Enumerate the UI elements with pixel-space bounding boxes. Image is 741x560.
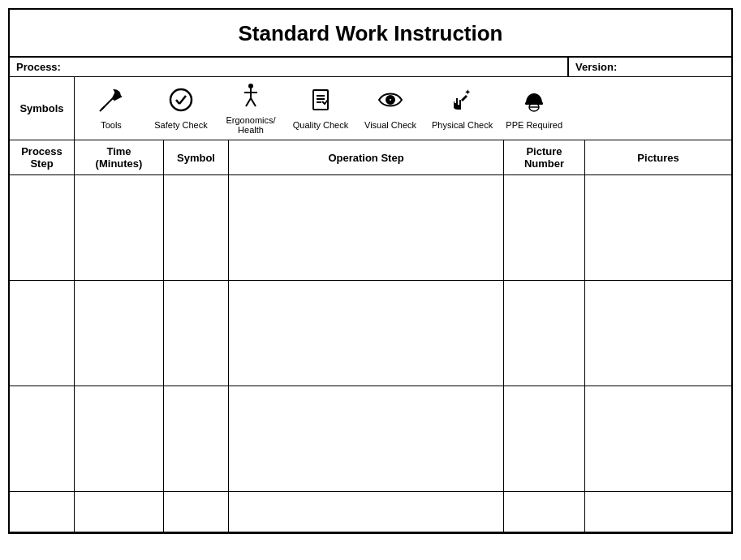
cell-operation-1[interactable]	[229, 175, 504, 280]
symbol-safety: Safety Check	[153, 87, 209, 130]
page-container: Standard Work Instruction Process: Versi…	[8, 8, 733, 534]
physical-icon: ✦	[450, 87, 476, 117]
cell-process-step-3[interactable]	[10, 386, 75, 491]
table-row	[10, 386, 731, 492]
cell-operation-3[interactable]	[229, 386, 504, 491]
ppe-icon	[521, 87, 547, 117]
col-header-picture-number: Picture Number	[504, 140, 585, 174]
cell-picture-num-3[interactable]	[504, 386, 585, 491]
cell-pictures-1[interactable]	[585, 175, 731, 280]
safety-label: Safety Check	[154, 120, 207, 130]
svg-point-15	[389, 98, 392, 101]
svg-line-8	[246, 98, 251, 106]
cell-operation-4[interactable]	[229, 492, 504, 532]
col-header-process-step: Process Step	[10, 140, 75, 174]
cell-time-1[interactable]	[75, 175, 164, 280]
symbol-tools: Tools	[83, 87, 140, 130]
symbol-physical: ✦ Physical Check	[432, 87, 493, 130]
svg-point-5	[248, 84, 253, 88]
cell-symbol-4[interactable]	[164, 492, 229, 532]
symbol-visual: Visual Check	[362, 87, 419, 130]
cell-picture-num-2[interactable]	[504, 281, 585, 386]
svg-line-4	[179, 96, 186, 104]
tools-icon	[98, 87, 124, 117]
physical-label: Physical Check	[432, 120, 493, 130]
cell-picture-num-1[interactable]	[504, 175, 585, 280]
cell-picture-num-4[interactable]	[504, 492, 585, 532]
cell-time-2[interactable]	[75, 281, 164, 386]
visual-label: Visual Check	[364, 120, 416, 130]
visual-icon	[377, 87, 403, 117]
symbol-ergonomics: Ergonomics/ Health	[222, 82, 279, 135]
col-header-operation: Operation Step	[229, 140, 504, 174]
cell-process-step-4[interactable]	[10, 492, 75, 532]
symbols-list: Tools Safety Check	[75, 77, 731, 140]
meta-row: Process: Version:	[10, 58, 731, 77]
cell-process-step-1[interactable]	[10, 175, 75, 280]
cell-symbol-1[interactable]	[164, 175, 229, 280]
cell-pictures-4[interactable]	[585, 492, 731, 532]
table: Process Step Time (Minutes) Symbol Opera…	[10, 140, 731, 532]
version-label: Version:	[569, 58, 731, 76]
cell-symbol-3[interactable]	[164, 386, 229, 491]
quality-icon	[308, 87, 334, 117]
cell-symbol-2[interactable]	[164, 281, 229, 386]
symbol-ppe: PPE Required	[506, 87, 562, 130]
cell-pictures-2[interactable]	[585, 281, 731, 386]
symbol-quality: Quality Check	[292, 87, 349, 130]
col-header-time: Time (Minutes)	[75, 140, 164, 174]
ergonomics-icon	[238, 82, 264, 112]
safety-icon	[168, 87, 194, 117]
svg-line-9	[251, 98, 256, 106]
table-row	[10, 281, 731, 386]
cell-pictures-3[interactable]	[585, 386, 731, 491]
symbols-label: Symbols	[10, 77, 75, 140]
quality-label: Quality Check	[293, 120, 348, 130]
title-section: Standard Work Instruction	[10, 10, 731, 58]
col-header-symbol: Symbol	[164, 140, 229, 174]
cell-time-3[interactable]	[75, 386, 164, 491]
cell-operation-2[interactable]	[229, 281, 504, 386]
process-label: Process:	[10, 58, 569, 76]
svg-text:✦: ✦	[464, 88, 471, 97]
table-row-last	[10, 492, 731, 532]
cell-process-step-2[interactable]	[10, 281, 75, 386]
svg-line-1	[100, 106, 105, 111]
tools-label: Tools	[101, 120, 122, 130]
symbols-row: Symbols Tools	[10, 77, 731, 140]
col-header-pictures: Pictures	[585, 140, 731, 174]
table-header: Process Step Time (Minutes) Symbol Opera…	[10, 140, 731, 175]
table-row	[10, 175, 731, 281]
ppe-label: PPE Required	[506, 120, 562, 130]
ergonomics-label: Ergonomics/ Health	[226, 115, 275, 135]
cell-time-4[interactable]	[75, 492, 164, 532]
page-title: Standard Work Instruction	[18, 21, 723, 46]
svg-point-2	[170, 89, 192, 110]
